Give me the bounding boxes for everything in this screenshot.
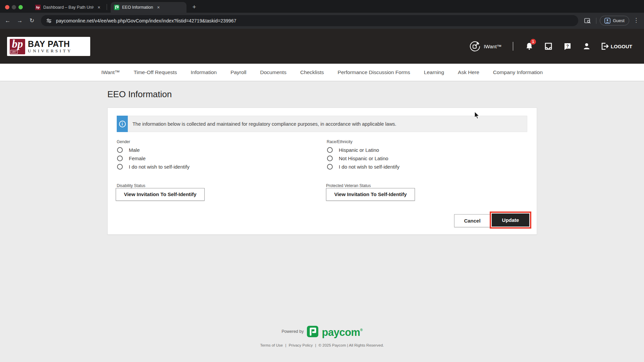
- notification-badge: 1: [530, 39, 536, 45]
- traffic-light-close[interactable]: [5, 5, 9, 9]
- inbox-button[interactable]: [543, 41, 553, 51]
- footer-separator: |: [315, 343, 316, 347]
- info-icon: i: [117, 116, 128, 132]
- person-icon: [582, 42, 591, 51]
- nav-item-learning[interactable]: Learning: [424, 69, 444, 75]
- browser-menu-button[interactable]: ⋮: [633, 16, 639, 25]
- radio-option-male[interactable]: Male: [117, 146, 190, 154]
- radio-option-hispanic[interactable]: Hispanic or Latino: [327, 146, 399, 154]
- nav-item-documents[interactable]: Documents: [260, 69, 286, 75]
- traffic-light-minimize[interactable]: [12, 5, 16, 9]
- radio-label: I do not wish to self-identify: [129, 164, 190, 170]
- help-button[interactable]: ?: [562, 41, 573, 51]
- site-info-icon[interactable]: [46, 18, 52, 24]
- eeo-form-card: i The information below is collected and…: [107, 108, 537, 235]
- logout-button[interactable]: LOGOUT: [601, 42, 632, 51]
- radio-icon[interactable]: [327, 147, 333, 153]
- url-text: paycomonline.net/v4/ee/web.php/GovComp/i…: [56, 18, 236, 23]
- radio-icon[interactable]: [327, 164, 333, 170]
- gender-radio-group: Male Female I do not wish to self-identi…: [117, 146, 190, 171]
- nav-item-ask-here[interactable]: Ask Here: [458, 69, 479, 75]
- question-bubble-icon: ?: [563, 42, 572, 51]
- logout-icon: [601, 42, 609, 51]
- info-banner: i The information below is collected and…: [117, 116, 527, 132]
- inbox-tray-icon: [544, 42, 553, 51]
- tab-title: Dashboard – Bay Path Univers: [43, 5, 94, 10]
- toolbar-divider: [596, 18, 596, 24]
- radio-option-female[interactable]: Female: [117, 154, 190, 163]
- nav-item-information[interactable]: Information: [191, 69, 217, 75]
- radio-icon[interactable]: [117, 156, 123, 161]
- race-radio-group: Hispanic or Latino Not Hispanic or Latin…: [327, 146, 399, 171]
- logo-text: BAY PATH UNIVERSITY: [28, 40, 72, 53]
- nav-item-iwant[interactable]: IWant™: [101, 69, 120, 75]
- tab-close-icon[interactable]: ×: [156, 5, 161, 10]
- browser-toolbar: ← → ↻ paycomonline.net/v4/ee/web.php/Gov…: [0, 13, 644, 29]
- radio-label: I do not wish to self-identify: [339, 164, 399, 170]
- nav-item-time-off-requests[interactable]: Time-Off Requests: [133, 69, 177, 75]
- cursor-pointer: [474, 111, 480, 120]
- main-nav: IWant™ Time-Off Requests Information Pay…: [0, 64, 644, 81]
- update-button[interactable]: Update: [492, 214, 529, 227]
- footer-separator: |: [285, 343, 286, 347]
- iwant-button[interactable]: IWant™: [469, 41, 502, 52]
- veteran-invitation-button[interactable]: View Invitation To Self-Identify: [326, 188, 415, 201]
- forward-button[interactable]: →: [15, 16, 24, 25]
- radio-option-gender-no-self-identify[interactable]: I do not wish to self-identify: [117, 163, 190, 171]
- back-button[interactable]: ←: [3, 16, 12, 25]
- header-actions: IWant™ 1 ?: [469, 29, 632, 64]
- notifications-button[interactable]: 1: [524, 41, 534, 51]
- race-label: Race/Ethnicity: [327, 139, 353, 144]
- browser-tab-bar: bp Dashboard – Bay Path Univers × EEO In…: [0, 0, 644, 13]
- tab-close-icon[interactable]: ×: [96, 5, 102, 10]
- tab-search-icon[interactable]: [584, 17, 591, 24]
- browser-profile-button[interactable]: Guest: [600, 16, 629, 25]
- app-header: bp 1897 BAY PATH UNIVERSITY IWant™ 1: [0, 29, 644, 64]
- powered-by-label: Powered by: [281, 329, 304, 334]
- radio-icon[interactable]: [117, 147, 123, 153]
- radio-icon[interactable]: [117, 164, 123, 170]
- cancel-button[interactable]: Cancel: [454, 214, 490, 227]
- disability-status-label: Disability Status: [117, 183, 145, 188]
- radio-icon[interactable]: [327, 156, 333, 161]
- radio-option-not-hispanic[interactable]: Not Hispanic or Latino: [327, 154, 399, 163]
- address-bar[interactable]: paycomonline.net/v4/ee/web.php/GovComp/i…: [41, 15, 578, 26]
- info-banner-text: The information below is collected and m…: [132, 116, 396, 132]
- logo-monogram: bp: [10, 38, 25, 50]
- paycom-favicon-icon: [114, 5, 119, 10]
- guest-avatar-icon: [604, 18, 610, 24]
- iwant-label: IWant™: [484, 44, 502, 49]
- nav-item-checklists[interactable]: Checklists: [300, 69, 324, 75]
- nav-item-company-information[interactable]: Company Information: [493, 69, 543, 75]
- disability-invitation-button[interactable]: View Invitation To Self-Identify: [116, 188, 205, 201]
- terms-of-use-link[interactable]: Terms of Use: [260, 343, 283, 347]
- bay-path-logo[interactable]: bp 1897 BAY PATH UNIVERSITY: [7, 37, 90, 56]
- profile-button[interactable]: [582, 41, 592, 51]
- nav-item-performance-discussion-forms[interactable]: Performance Discussion Forms: [338, 69, 410, 75]
- tab-divider: [107, 4, 107, 10]
- powered-by-row: Powered by paycom®: [0, 324, 644, 338]
- click-highlight-annotation: Update: [490, 212, 531, 229]
- registered-mark: ®: [360, 328, 363, 332]
- logout-label: LOGOUT: [611, 44, 632, 49]
- reload-button[interactable]: ↻: [28, 16, 36, 25]
- radio-label: Not Hispanic or Latino: [339, 156, 388, 161]
- gender-label: Gender: [117, 139, 130, 144]
- page-title: EEO Information: [107, 89, 172, 100]
- logo-year: 1897: [10, 50, 18, 54]
- radio-option-race-no-self-identify[interactable]: I do not wish to self-identify: [327, 163, 399, 171]
- bay-path-shield-icon: bp 1897: [10, 39, 25, 54]
- traffic-light-zoom[interactable]: [18, 5, 23, 9]
- new-tab-button[interactable]: +: [190, 3, 199, 11]
- paycom-wordmark: paycom®: [322, 324, 362, 338]
- paycom-brand-text: paycom: [322, 326, 360, 338]
- copyright-text: © 2025 Paycom | All Rights Reserved.: [319, 343, 384, 347]
- tab-dashboard[interactable]: bp Dashboard – Bay Path Univers ×: [32, 2, 106, 13]
- logo-line1: BAY PATH: [28, 40, 72, 48]
- tab-eeo-information[interactable]: EEO Information ×: [111, 2, 186, 13]
- nav-item-payroll[interactable]: Payroll: [230, 69, 246, 75]
- bay-path-favicon-icon: bp: [35, 5, 41, 10]
- privacy-policy-link[interactable]: Privacy Policy: [289, 343, 313, 347]
- veteran-status-label: Protected Veteran Status: [326, 183, 371, 188]
- radio-label: Female: [129, 156, 146, 161]
